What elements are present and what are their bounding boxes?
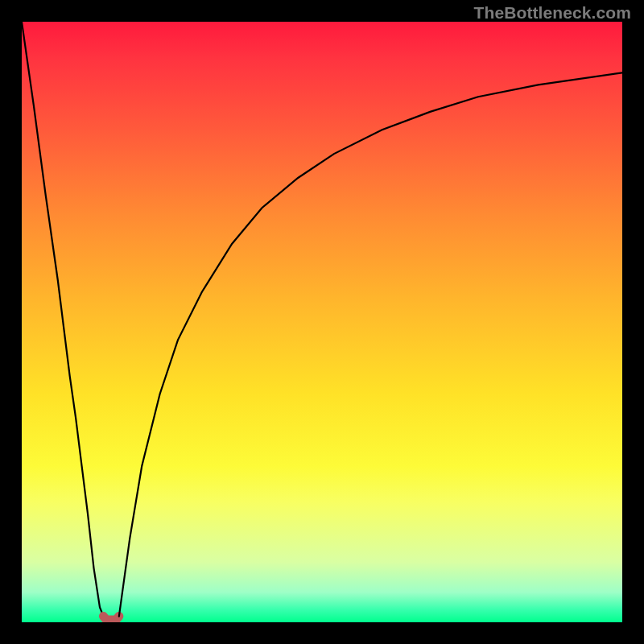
plot-background xyxy=(22,22,622,622)
chart-frame: TheBottleneck.com xyxy=(0,0,644,644)
watermark-text: TheBottleneck.com xyxy=(474,3,631,23)
